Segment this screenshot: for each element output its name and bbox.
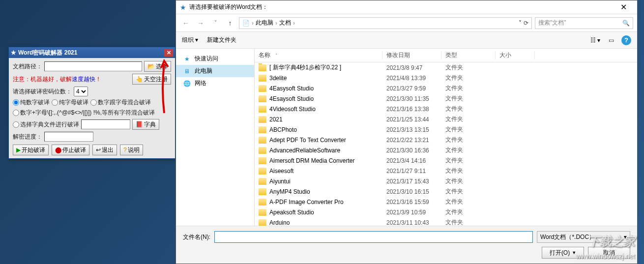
table-row[interactable]: 4Esaysoft Studio2021/3/30 11:35文件夹 [255, 93, 637, 104]
bits-select[interactable]: 4 [74, 87, 88, 96]
table-row[interactable]: Adept PDF To Text Converter2021/2/22 13:… [255, 135, 637, 145]
radio-digits[interactable]: 纯数字破译 [13, 98, 50, 107]
table-row[interactable]: Aiyuntui2021/3/17 15:43文件夹 [255, 176, 637, 186]
file-list: 名称˄ 修改日期 类型 大小 [ 新华字典4秒1步检字0.22 ]2021/3/… [255, 49, 637, 226]
refresh-button[interactable]: ⟳ [524, 20, 528, 27]
pc-icon: 🖥 [183, 67, 191, 75]
choose-button[interactable]: 📂选择 [144, 61, 171, 72]
dialog-toolbar: 组织 ▾ 新建文件夹 ☷ ▾ ▭ ? [176, 32, 637, 49]
cracker-titlebar[interactable]: ★ Word密码破解器 2021 ✕ [9, 47, 175, 58]
filename-input[interactable] [214, 231, 533, 243]
table-row[interactable]: ABCPhoto2021/3/13 13:15文件夹 [255, 124, 637, 135]
breadcrumb-item[interactable]: 文档 [279, 19, 291, 27]
new-folder-button[interactable]: 新建文件夹 [207, 36, 236, 44]
folder-icon [259, 178, 266, 185]
search-icon: 🔍 [622, 20, 630, 27]
folder-icon [259, 157, 266, 164]
sidebar-item-network[interactable]: 🌐网络 [176, 77, 254, 89]
cracker-title: Word密码破解器 2021 [18, 49, 77, 57]
cracker-body: 文档路径： 📂选择 注意：机器越好，破解速度越快！ 👆天空注册 请选择破译密码位… [9, 58, 175, 158]
table-row[interactable]: Arduino2021/3/11 10:43文件夹 [255, 217, 637, 226]
document-icon: 📄 [242, 20, 250, 27]
star-icon: ★ [11, 49, 16, 56]
sky-register-button[interactable]: 👆天空注册 [132, 74, 171, 85]
col-name[interactable]: 名称˄ [255, 51, 382, 59]
preview-pane-button[interactable]: ▭ [606, 35, 616, 46]
path-input[interactable] [44, 61, 142, 71]
table-row[interactable]: Aiseesoft2021/1/27 9:11文件夹 [255, 166, 637, 176]
cracker-window: ★ Word密码破解器 2021 ✕ 文档路径： 📂选择 注意：机器越好，破解速… [8, 47, 176, 159]
folder-icon [259, 95, 266, 102]
table-row[interactable]: AnyMP4 Studio2021/3/10 16:15文件夹 [255, 186, 637, 197]
table-row[interactable]: Apeaksoft Studio2021/3/9 10:59文件夹 [255, 207, 637, 217]
dialog-title: 请选择要被破译的Word文档： [189, 3, 268, 11]
organize-menu[interactable]: 组织 ▾ [182, 36, 198, 44]
table-row[interactable]: AdvancedReliableSoftware2021/3/30 16:36文… [255, 145, 637, 155]
table-row[interactable]: 4Easysoft Studio2021/3/27 9:59文件夹 [255, 83, 637, 93]
stop-button[interactable]: ⬤停止破译 [52, 145, 89, 155]
watermark-url: www.windowszj.net [576, 252, 635, 260]
folder-icon [259, 147, 266, 154]
stop-icon: ⬤ [55, 147, 61, 153]
folder-icon [259, 85, 266, 92]
col-type[interactable]: 类型 [441, 51, 496, 59]
file-dialog: ★ 请选择要被破译的Word文档： ✕ ← → ˅ ↑ 📄 › 此电脑 › 文档… [176, 0, 638, 264]
warn-text: 注意：机器越好，破解速度越快！ [13, 75, 130, 84]
hand-icon: 👆 [136, 76, 143, 83]
help-button[interactable]: ? [621, 35, 631, 45]
folder-icon [259, 209, 266, 216]
list-body[interactable]: [ 新华字典4秒1步检字0.22 ]2021/3/8 9:47文件夹3delit… [255, 62, 637, 226]
dialog-navbar: ← → ˅ ↑ 📄 › 此电脑 › 文档 › ˅ ⟳ 搜索"文档" 🔍 [176, 14, 637, 32]
sidebar-item-thispc[interactable]: 🖥此电脑 [176, 65, 254, 77]
help-icon: ? [123, 147, 127, 153]
dialog-close-button[interactable]: ✕ [614, 1, 633, 13]
folder-icon [259, 188, 266, 195]
recent-dropdown[interactable]: ˅ [209, 17, 221, 29]
network-icon: 🌐 [183, 80, 191, 88]
back-button[interactable]: ← [180, 17, 192, 29]
col-size[interactable]: 大小 [496, 51, 535, 59]
view-mode-button[interactable]: ☷ ▾ [590, 35, 601, 46]
radio-mixed[interactable]: 数字跟字母混合破译 [90, 98, 151, 107]
forward-button[interactable]: → [195, 17, 206, 29]
folder-icon [259, 64, 266, 71]
progress-label: 解密进度： [13, 133, 42, 141]
dict-input[interactable] [81, 119, 130, 129]
dialog-titlebar[interactable]: ★ 请选择要被破译的Word文档： ✕ [176, 0, 637, 14]
folder-icon [259, 219, 266, 226]
help-button[interactable]: ?说明 [120, 145, 143, 155]
filename-label: 文件名(N): [183, 233, 210, 241]
table-row[interactable]: [ 新华字典4秒1步检字0.22 ]2021/3/8 9:47文件夹 [255, 62, 637, 73]
breadcrumb-item[interactable]: 此电脑 [256, 19, 273, 27]
table-row[interactable]: 20212021/1/25 13:44文件夹 [255, 114, 637, 124]
table-row[interactable]: 3delite2021/4/8 13:39文件夹 [255, 73, 637, 83]
table-row[interactable]: A-PDF Image Converter Pro2021/3/16 15:59… [255, 197, 637, 207]
radio-allchars[interactable]: 数字+字母\[]:,.(^@#$<>/|[}]) !%,等所有字符混合破译 [13, 109, 155, 117]
up-button[interactable]: ↑ [224, 17, 236, 29]
folder-icon [259, 199, 266, 205]
play-icon: ▶ [16, 147, 21, 153]
progress-output [44, 132, 93, 142]
folder-icon [259, 106, 266, 113]
folder-open-icon: 📂 [147, 63, 155, 70]
dict-button[interactable]: 📕字典 [132, 119, 159, 130]
watermark-logo: 下载之家 [588, 234, 635, 249]
table-row[interactable]: Aimersoft DRM Media Converter2021/3/4 14… [255, 155, 637, 166]
folder-icon [259, 75, 266, 82]
sidebar-item-quickaccess[interactable]: ★快速访问 [176, 53, 254, 65]
radio-dict[interactable]: 选择字典文件进行破译 [13, 120, 79, 129]
folder-icon [259, 116, 266, 123]
folder-icon [259, 168, 266, 175]
close-button[interactable]: ✕ [164, 49, 173, 57]
radio-letters[interactable]: 纯字母破译 [52, 98, 88, 107]
list-header: 名称˄ 修改日期 类型 大小 [255, 49, 637, 62]
search-box[interactable]: 搜索"文档" 🔍 [535, 17, 633, 29]
exit-icon: ↩ [96, 147, 101, 153]
table-row[interactable]: 4Videosoft Studio2021/3/16 13:38文件夹 [255, 104, 637, 114]
start-button[interactable]: ▶开始破译 [13, 145, 49, 155]
breadcrumb[interactable]: 📄 › 此电脑 › 文档 › ˅ ⟳ [239, 17, 532, 29]
breadcrumb-dropdown-icon[interactable]: ˅ [519, 20, 522, 27]
col-date[interactable]: 修改日期 [382, 51, 441, 59]
sort-indicator: ˄ [275, 53, 278, 58]
exit-button[interactable]: ↩退出 [92, 145, 117, 155]
